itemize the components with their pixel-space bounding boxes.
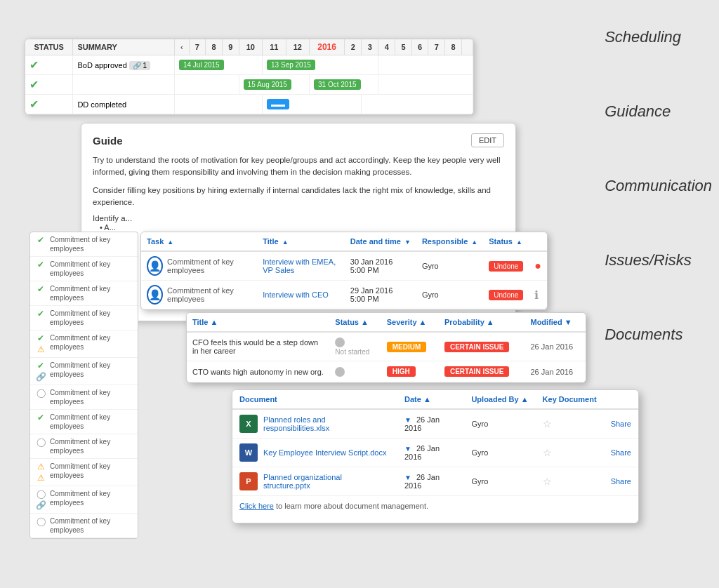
col-9: 9 [222, 39, 239, 55]
comm-status-2: Undone [483, 281, 529, 309]
sidebar-row-4: ✔ Commitment of key employees [30, 306, 138, 330]
doc-star-3[interactable]: ☆ [536, 467, 604, 496]
doc-file-2: W Key Employee Interview Script.docx [232, 439, 397, 467]
col-4: 5 [395, 39, 412, 55]
doc-star-1[interactable]: ☆ [536, 409, 604, 439]
share-link-1[interactable]: Share [611, 420, 631, 428]
scheduling-panel: STATUS SUMMARY ‹ 7 8 9 10 11 12 2016 2 3… [25, 39, 474, 115]
col-2: 3 [362, 39, 378, 55]
issue-status-1: Not started [329, 332, 381, 361]
sidebar-status-11: ◯ 🔗 [34, 489, 47, 510]
sort-issues-modified[interactable]: ▼ [565, 318, 572, 326]
sidebar-status-6: ✔ 🔗 [34, 361, 47, 382]
sidebar-row-10: ⚠ ⚠ Commitment of key employees [30, 459, 138, 486]
sidebar-text-11: Commitment of key employees [50, 489, 133, 507]
sidebar-text-1: Commitment of key employees [50, 235, 133, 253]
status-icon-green-3: ✔ [29, 98, 39, 110]
sidebar-text-12: Commitment of key employees [50, 516, 133, 535]
bar-13sep: 13 Sep 2015 [267, 60, 315, 70]
star-icon-2[interactable]: ☆ [543, 447, 552, 458]
col-5: 6 [411, 39, 428, 55]
doc-filename-3: Planned organizational structure.pptx [263, 473, 390, 490]
comm-title-1: Interview with EMEA, VP Sales [257, 251, 345, 281]
col-1: 2 [345, 39, 362, 55]
doc-share-3[interactable]: Share [604, 467, 638, 496]
issue-severity-1: MEDIUM [381, 332, 439, 361]
bullet-a: • A... [100, 222, 504, 232]
identify-label: Identify a... [93, 214, 132, 222]
schedule-row-1: ✔ BoD approved 🔗 1 14 Jul 2015 13 Sep 20… [25, 55, 473, 75]
doc-name-cell-1: X Planned roles and responsibilities.xls… [239, 415, 390, 433]
issues-col-severity: Severity ▲ [381, 313, 439, 332]
sidebar-row-7: ◯ Commitment of key employees [30, 385, 138, 410]
issues-col-probability: Probability ▲ [439, 313, 525, 332]
not-started-label-1: Not started [335, 348, 369, 356]
issue-severity-2: HIGH [381, 361, 439, 382]
date-arrow-2: ▼ [404, 445, 411, 453]
sort-status[interactable]: ▲ [516, 239, 522, 246]
doc-star-2[interactable]: ☆ [536, 439, 604, 467]
status-icon-green-1: ✔ [29, 59, 39, 71]
sidebar-row-3: ✔ Commitment of key employees [30, 281, 138, 306]
col-8b [461, 39, 473, 55]
col-12: 12 [286, 39, 310, 55]
sidebar-row-8: ✔ Commitment of key employees [30, 410, 138, 434]
sort-title[interactable]: ▲ [282, 239, 289, 246]
doc-name-cell-3: P Planned organizational structure.pptx [239, 472, 390, 490]
star-icon-1[interactable]: ☆ [543, 418, 552, 429]
col-nav[interactable]: ‹ [174, 39, 189, 55]
task-icon-1: 👤 [147, 256, 163, 276]
sort-issues-probability[interactable]: ▲ [487, 318, 494, 326]
sidebar-status-8: ✔ [34, 413, 47, 422]
sort-task[interactable]: ▲ [167, 239, 173, 246]
star-icon-3[interactable]: ☆ [543, 476, 552, 487]
sort-issues-status[interactable]: ▲ [361, 318, 369, 326]
sort-issues-severity[interactable]: ▲ [419, 318, 427, 326]
col-summary: SUMMARY [73, 39, 175, 55]
label-documents: Documents [605, 326, 712, 344]
side-labels: Scheduling Guidance Communication Issues… [605, 28, 712, 344]
docs-col-document: Document [232, 390, 397, 409]
sidebar-status-2: ✔ [34, 260, 47, 269]
sort-issues-title[interactable]: ▲ [210, 318, 218, 326]
sort-responsible[interactable]: ▲ [471, 239, 477, 246]
label-issues-risks: Issues/Risks [605, 251, 712, 269]
comm-col-extra [529, 232, 547, 251]
issues-table: Title ▲ Status ▲ Severity ▲ Probability … [187, 313, 586, 382]
sidebar-row-1: ✔ Commitment of key employees [30, 232, 138, 257]
sidebar-status-1: ✔ [34, 235, 47, 245]
col-status: STATUS [25, 39, 73, 55]
sidebar-row-11: ◯ 🔗 Commitment of key employees [30, 486, 138, 514]
sort-docs-uploaded[interactable]: ▲ [521, 395, 529, 403]
edit-button[interactable]: EDIT [471, 133, 504, 147]
doc-row-3: P Planned organizational structure.pptx … [232, 467, 638, 496]
doc-uploaded-1: Gyro [464, 409, 535, 439]
probability-badge-1: CERTAIN ISSUE [444, 342, 510, 352]
doc-date-1: ▼ 26 Jan 2016 [397, 409, 464, 439]
issue-probability-1: CERTAIN ISSUE [439, 332, 525, 361]
comm-col-datetime: Date and time ▼ [345, 232, 416, 251]
docs-header-row: Document Date ▲ Uploaded By ▲ Key Docume… [232, 390, 638, 409]
share-link-2[interactable]: Share [611, 448, 631, 457]
sort-datetime[interactable]: ▼ [404, 239, 411, 246]
sort-docs-date[interactable]: ▲ [423, 395, 431, 403]
issue-title-2: CTO wants high autonomy in new org. [187, 361, 329, 382]
scheduling-table: STATUS SUMMARY ‹ 7 8 9 10 11 12 2016 2 3… [25, 39, 473, 114]
doc-row-2: W Key Employee Interview Script.docx ▼ 2… [232, 439, 638, 467]
documents-table: Document Date ▲ Uploaded By ▲ Key Docume… [232, 390, 638, 496]
doc-filename-2: Key Employee Interview Script.docx [263, 448, 386, 457]
sidebar-text-2: Commitment of key employees [50, 260, 133, 278]
sidebar-text-4: Commitment of key employees [50, 309, 133, 327]
doc-share-2[interactable]: Share [604, 439, 638, 467]
comm-resp-2: Gyro [416, 281, 483, 309]
label-scheduling: Scheduling [605, 28, 712, 46]
click-here-link[interactable]: Click here [239, 502, 274, 510]
share-link-3[interactable]: Share [611, 477, 631, 486]
comm-task-2: 👤 Commitment of key employees [141, 281, 257, 309]
label-guidance: Guidance [605, 102, 712, 121]
col-10: 10 [239, 39, 262, 55]
doc-share-1[interactable]: Share [604, 409, 638, 439]
undone-badge-2: Undone [489, 290, 523, 300]
issue-modified-2: 26 Jan 2016 [525, 361, 586, 382]
doc-uploaded-3: Gyro [464, 467, 535, 496]
